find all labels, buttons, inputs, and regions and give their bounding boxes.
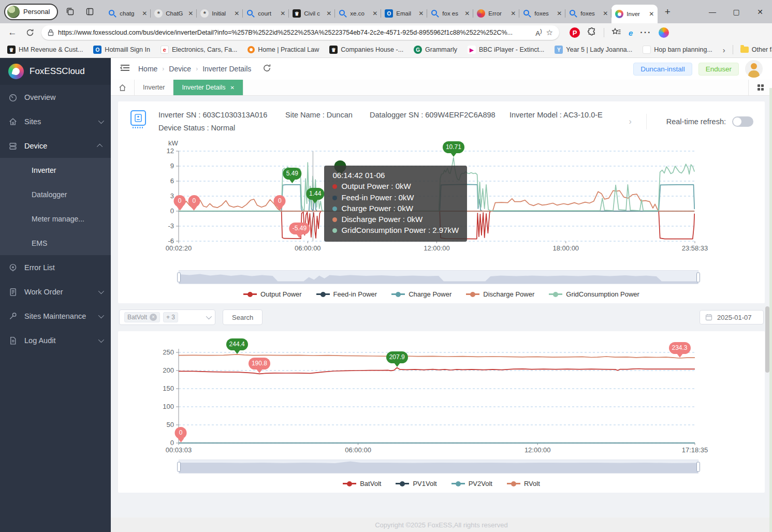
breadcrumb-item[interactable]: Device — [169, 65, 191, 73]
back-icon[interactable]: ← — [6, 26, 19, 39]
ie-mode-icon[interactable]: e — [629, 28, 633, 37]
browser-tab[interactable]: *ChatG✕ — [151, 5, 197, 22]
page-tab-active[interactable]: Inverter Details✕ — [173, 80, 243, 95]
address-bar[interactable]: https://www.foxesscloud.com/bus/device/i… — [41, 25, 559, 40]
legend-item-rvolt[interactable]: RVolt — [507, 480, 540, 487]
expand-device-info-chevron[interactable]: › — [614, 117, 646, 126]
page-scrollbar-thumb[interactable] — [765, 306, 769, 373]
tab-close-icon[interactable]: ✕ — [188, 10, 193, 17]
minimize-button[interactable]: — — [701, 0, 724, 23]
breadcrumb-item[interactable]: Home — [138, 65, 157, 73]
sidebar-item-error-list[interactable]: Error List — [0, 255, 111, 279]
realtime-refresh-toggle[interactable] — [732, 116, 753, 127]
legend-item-output-power[interactable]: Output Power — [243, 290, 302, 298]
legend-item-pv-volt[interactable]: PV1Volt — [396, 480, 436, 487]
extensions-puzzle-icon[interactable] — [587, 27, 596, 38]
bookmark-item[interactable]: Home | Practical Law — [247, 46, 319, 54]
bookmark-item[interactable]: YYear 5 | Lady Joanna... — [555, 46, 632, 54]
remove-tag-icon[interactable]: × — [150, 314, 157, 321]
sidebar-item-sites-maintenance[interactable]: Sites Maintenance — [0, 304, 111, 328]
legend-item-charge-power[interactable]: Charge Power — [391, 290, 451, 298]
tab-close-icon[interactable]: ✕ — [649, 10, 654, 18]
sidebar-subitem-inverter[interactable]: Inverter — [0, 158, 111, 182]
tab-close-icon[interactable]: ✕ — [234, 10, 239, 17]
sidebar-item-device[interactable]: Device — [0, 134, 111, 158]
bookmark-item[interactable]: ♛Companies House -... — [329, 46, 403, 54]
page-tab-close-icon[interactable]: ✕ — [230, 85, 234, 91]
role-badge[interactable]: Enduser — [698, 63, 739, 76]
bookmark-item[interactable]: GGrammarly — [414, 46, 457, 54]
browser-tab[interactable]: chatg✕ — [105, 5, 151, 22]
browser-tab[interactable]: xe.co✕ — [335, 5, 381, 22]
workspaces-icon[interactable] — [62, 4, 78, 20]
favorite-star-icon[interactable]: ☆ — [546, 28, 553, 37]
zoom-handle-left[interactable] — [177, 462, 181, 471]
search-button[interactable]: Search — [223, 309, 263, 325]
tab-close-icon[interactable]: ✕ — [372, 10, 377, 17]
browser-tab[interactable]: Error✕ — [473, 5, 519, 22]
tab-close-icon[interactable]: ✕ — [557, 10, 562, 17]
legend-item-pv-volt[interactable]: PV2Volt — [451, 480, 492, 487]
tab-close-icon[interactable]: ✕ — [464, 10, 470, 17]
breadcrumb-item[interactable]: Inverter Details — [202, 65, 251, 73]
pinterest-extension-icon[interactable]: P — [570, 27, 580, 38]
legend-item-batvolt[interactable]: BatVolt — [343, 480, 381, 487]
legend-item-feed-in-power[interactable]: Feed-in Power — [316, 290, 377, 298]
tab-close-icon[interactable]: ✕ — [418, 10, 424, 17]
bookmark-item[interactable]: ▶BBC iPlayer - Extinct... — [468, 46, 544, 54]
browser-tab[interactable]: court✕ — [243, 5, 289, 22]
tab-close-icon[interactable]: ✕ — [326, 10, 331, 17]
tab-close-icon[interactable]: ✕ — [280, 10, 285, 17]
tab-close-icon[interactable]: ✕ — [511, 10, 516, 17]
voltage-chart-zoom-slider[interactable] — [179, 460, 698, 474]
tab-close-icon[interactable]: ✕ — [603, 10, 608, 17]
settings-more-icon[interactable]: ··· — [640, 28, 651, 37]
favorites-bar-icon[interactable] — [611, 27, 621, 38]
bookmark-item[interactable]: OHotmaill Sign In — [93, 46, 150, 54]
refresh-icon[interactable] — [24, 26, 36, 39]
home-tab-icon[interactable] — [111, 80, 135, 95]
collapse-sidebar-icon[interactable] — [120, 64, 130, 74]
page-refresh-icon[interactable] — [263, 64, 271, 75]
bookmarks-overflow-chevron[interactable]: › — [723, 46, 725, 54]
zoom-handle-left[interactable] — [177, 272, 181, 282]
layout-grid-icon[interactable] — [748, 80, 772, 95]
sidebar-item-work-order[interactable]: Work Order — [0, 279, 111, 304]
selected-parameter-tag[interactable]: BatVolt × — [124, 312, 160, 322]
browser-profile-button[interactable]: Personal — [4, 4, 58, 20]
new-tab-button[interactable]: + — [660, 4, 675, 20]
sidebar-item-overview[interactable]: Overview — [0, 85, 111, 109]
copilot-icon[interactable] — [659, 27, 669, 38]
bookmark-item[interactable]: Hop barn planning... — [643, 46, 712, 54]
browser-tab[interactable]: OEmail✕ — [381, 5, 427, 22]
org-badge[interactable]: Duncan-install — [633, 63, 692, 76]
sidebar-subitem-ems[interactable]: EMS — [0, 231, 111, 255]
bookmark-item[interactable]: eElectronics, Cars, Fa... — [161, 46, 237, 54]
power-chart-zoom-slider[interactable] — [179, 270, 698, 284]
browser-tab[interactable]: foxes✕ — [519, 5, 565, 22]
browser-tab[interactable]: fox es✕ — [427, 5, 473, 22]
zoom-handle-right[interactable] — [696, 462, 700, 471]
other-favourites-button[interactable]: Other favourites — [740, 46, 772, 53]
date-picker[interactable]: 2025-01-07 — [700, 310, 764, 324]
sidebar-subitem-meter-manage-[interactable]: Meter manage... — [0, 206, 111, 231]
tab-close-icon[interactable]: ✕ — [142, 10, 147, 17]
user-avatar[interactable] — [745, 60, 763, 78]
maximize-button[interactable]: ▢ — [724, 0, 748, 23]
browser-tab[interactable]: foxes✕ — [565, 5, 611, 22]
browser-tab-active[interactable]: Inver✕ — [611, 5, 658, 23]
close-window-button[interactable]: ✕ — [748, 0, 772, 23]
tab-actions-icon[interactable] — [82, 4, 97, 20]
sidebar-item-log-audit[interactable]: Log Audit — [0, 328, 111, 352]
page-tab[interactable]: Inverter — [135, 80, 173, 95]
browser-tab[interactable]: *Initial✕ — [197, 5, 243, 22]
parameter-multiselect[interactable]: BatVolt × + 3 — [119, 309, 215, 325]
zoom-handle-right[interactable] — [696, 272, 700, 282]
sidebar-item-sites[interactable]: Sites — [0, 109, 111, 134]
read-aloud-icon[interactable]: A) — [535, 28, 542, 37]
sidebar-subitem-datalogger[interactable]: Datalogger — [0, 182, 111, 206]
legend-item-gridconsumption-power[interactable]: GridConsumption Power — [549, 290, 639, 298]
legend-item-discharge-power[interactable]: Discharge Power — [466, 290, 534, 298]
bookmark-item[interactable]: ♛HM Revenue & Cust... — [7, 46, 83, 54]
browser-tab[interactable]: ♛Civil c✕ — [289, 5, 335, 22]
